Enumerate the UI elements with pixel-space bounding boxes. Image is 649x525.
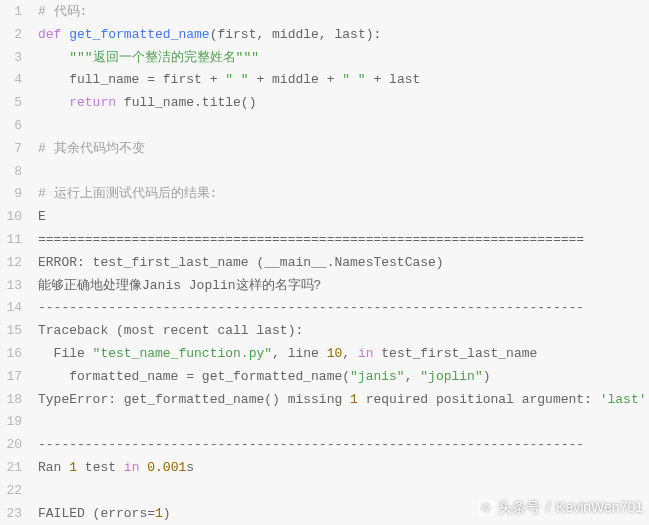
token-plain: E [38,209,46,224]
code-line: # 代码: [38,1,649,24]
code-line: ========================================… [38,229,649,252]
line-number: 19 [0,411,22,434]
code-line [38,411,649,434]
token-plain: + middle + [249,72,343,87]
code-line: 能够正确地处理像Janis Joplin这样的名字吗? [38,275,649,298]
token-plain: , [405,369,421,384]
token-str: "test_name_function.py" [93,346,272,361]
line-number: 3 [0,47,22,70]
token-plain: full_name = first + [38,72,225,87]
line-number: 4 [0,69,22,92]
line-number: 18 [0,389,22,412]
token-plain: formatted_name = get_formatted_name( [38,369,350,384]
token-str: 'last' [600,392,647,407]
watermark-separator: / [544,496,552,519]
code-line: # 其余代码均不变 [38,138,649,161]
token-plain: full_name.title() [116,95,256,110]
token-plain: + last [366,72,421,87]
token-plain [38,50,69,65]
line-number: 11 [0,229,22,252]
code-line: Traceback (most recent call last): [38,320,649,343]
token-plain: Traceback (most recent call last): [38,323,303,338]
token-kw: return [69,95,116,110]
line-number: 1 [0,1,22,24]
code-line: TypeError: get_formatted_name() missing … [38,389,649,412]
watermark: 今 头条号 / KevinWen701 [478,496,643,519]
token-plain: , [342,346,358,361]
line-number: 21 [0,457,22,480]
token-num: 1 [69,460,77,475]
code-line: ERROR: test_first_last_name (__main__.Na… [38,252,649,275]
token-plain: (first, middle, last): [210,27,382,42]
line-number: 13 [0,275,22,298]
code-line: def get_formatted_name(first, middle, la… [38,24,649,47]
token-plain: test [77,460,124,475]
watermark-text-1: 头条号 [498,496,540,519]
line-number: 16 [0,343,22,366]
code-area: # 代码:def get_formatted_name(first, middl… [28,0,649,525]
code-line [38,161,649,184]
code-line: ----------------------------------------… [38,434,649,457]
token-plain: required positional argument: [358,392,600,407]
token-plain: Ran [38,460,69,475]
token-plain [38,95,69,110]
token-num: 1 [350,392,358,407]
token-plain: ----------------------------------------… [38,437,584,452]
token-plain: 能够正确地处理像Janis Joplin这样的名字吗? [38,278,321,293]
token-plain: ----------------------------------------… [38,300,584,315]
token-plain: FAILED (errors= [38,506,155,521]
token-plain: File [38,346,93,361]
token-num: 1 [155,506,163,521]
token-plain: , line [272,346,327,361]
code-line: """返回一个整洁的完整姓名""" [38,47,649,70]
token-plain: ) [483,369,491,384]
line-number: 2 [0,24,22,47]
line-number: 20 [0,434,22,457]
code-line: full_name = first + " " + middle + " " +… [38,69,649,92]
code-line: formatted_name = get_formatted_name("jan… [38,366,649,389]
token-str: """返回一个整洁的完整姓名""" [69,50,259,65]
line-number: 15 [0,320,22,343]
line-number: 8 [0,161,22,184]
code-line: Ran 1 test in 0.001s [38,457,649,480]
token-plain: ) [163,506,171,521]
code-line: E [38,206,649,229]
line-number: 5 [0,92,22,115]
token-in: in [358,346,374,361]
token-str: " " [342,72,365,87]
token-plain: s [186,460,194,475]
token-cmt: # 代码: [38,4,87,19]
line-number: 12 [0,252,22,275]
line-number-gutter: 1234567891011121314151617181920212223 [0,0,28,525]
code-editor: 1234567891011121314151617181920212223 # … [0,0,649,525]
code-line: # 运行上面测试代码后的结果: [38,183,649,206]
token-in: in [124,460,140,475]
token-plain: test_first_last_name [373,346,537,361]
code-line: ----------------------------------------… [38,297,649,320]
line-number: 17 [0,366,22,389]
code-line: return full_name.title() [38,92,649,115]
line-number: 7 [0,138,22,161]
token-str: "janis" [350,369,405,384]
token-plain: ERROR: test_first_last_name (__main__.Na… [38,255,444,270]
token-str: "joplin" [420,369,482,384]
code-line: File "test_name_function.py", line 10, i… [38,343,649,366]
token-num: 0.001 [147,460,186,475]
line-number: 9 [0,183,22,206]
line-number: 22 [0,480,22,503]
token-plain: ========================================… [38,232,584,247]
token-str: " " [225,72,248,87]
token-fn: get_formatted_name [69,27,209,42]
token-plain: TypeError: get_formatted_name() missing [38,392,350,407]
token-kw: def [38,27,61,42]
watermark-icon: 今 [478,500,494,516]
watermark-text-2: KevinWen701 [556,496,643,519]
line-number: 14 [0,297,22,320]
code-line [38,115,649,138]
line-number: 23 [0,503,22,525]
token-cmt: # 运行上面测试代码后的结果: [38,186,217,201]
token-cmt: # 其余代码均不变 [38,141,145,156]
token-num: 10 [327,346,343,361]
line-number: 6 [0,115,22,138]
line-number: 10 [0,206,22,229]
